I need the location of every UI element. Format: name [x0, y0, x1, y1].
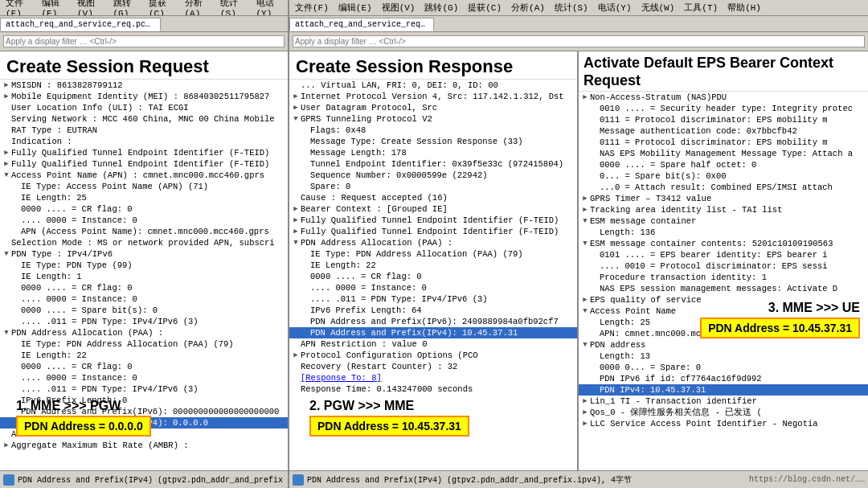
tree-item: ▶Tracking area identity list - TAI list [579, 204, 868, 215]
filter-input-left[interactable] [3, 35, 285, 47]
annotation-1-label: 1. MME >>> PGW [16, 399, 151, 413]
tree-item: ▶Lin_1 TI - Transaction identifier [579, 396, 868, 407]
menu-edit-left[interactable]: 编辑(E) [39, 0, 71, 15]
annotation-1-badge: PDN Address = 0.0.0.0 [16, 416, 151, 437]
tree-item: Message Type: Create Session Response (3… [289, 136, 577, 147]
menu-edit-right[interactable]: 编辑(E) [336, 1, 375, 14]
menu-analyze-right[interactable]: 分析(A) [509, 1, 547, 14]
menu-phone-right[interactable]: 电话(Y) [596, 1, 634, 14]
menu-tools-right[interactable]: 工具(T) [682, 1, 720, 14]
tree-item: 0000 .... = CR flag: 0 [0, 282, 288, 293]
tree-item: 0000 .... = Spare bit(s): 0 [0, 305, 288, 316]
annotation-3-label: 3. MME >>> UE [700, 301, 860, 315]
tree-item: RAT Type : EUTRAN [0, 125, 288, 136]
panel-right: Activate Default EPS Bearer Context Requ… [579, 51, 868, 470]
tree-item: Serving Network : MCC 460 China, MNC 00 … [0, 113, 288, 125]
menu-help-right[interactable]: 帮助(H) [725, 1, 764, 14]
tree-item: ▶LLC Service Access Point Identifier - N… [579, 418, 868, 429]
tree-item: ▶Aggregate Maximum Bit Rate (AMBR) : [0, 440, 288, 451]
tree-item: ▼PDN Address Allocation (PAA) : [289, 237, 577, 248]
tree-item: 0111 = Protocol discriminator: EPS mobil… [579, 137, 868, 148]
tree-item: Length: 13 [579, 351, 868, 362]
menu-view-left[interactable]: 视图(V) [75, 0, 106, 15]
tree-item: ▼PDN Address Allocation (PAA) : [0, 327, 288, 338]
tree-item: Message Length: 178 [289, 147, 577, 158]
tree-item: IE Type: Access Point Name (APN) (71) [0, 181, 288, 192]
tree-item: Length: 136 [579, 227, 868, 238]
tree-item: User Location Info (ULI) : TAI ECGI [0, 102, 288, 113]
tree-item: .... 0000 = Instance: 0 [289, 282, 577, 293]
tree-item: ▶Protocol Configuration Options (PCO [289, 350, 577, 361]
tree-item: ▼PDN Type : IPv4/IPv6 [0, 248, 288, 260]
tree-item: APN (Access Point Name): cmnet.mnc000.mc… [0, 226, 288, 237]
tree-item-pdn-ipv4-right: PDN IPv4: 10.45.37.31 [579, 384, 868, 396]
panel-right-title: Activate Default EPS Bearer Context Requ… [579, 51, 868, 92]
tree-item: Tunnel Endpoint Identifier: 0x39f5e33c (… [289, 158, 577, 170]
menu-file-right[interactable]: 文件(F) [293, 1, 331, 14]
status-url: https://blog.csdn.net/…… [749, 475, 865, 484]
tree-item: .... .011 = PDN Type: IPv4/IPv6 (3) [289, 293, 577, 305]
tree-item: Procedure transaction identity: 1 [579, 272, 868, 283]
menu-analyze-left[interactable]: 分析(A) [182, 0, 214, 15]
tree-item: Response Time: 0.143247000 seconds [289, 383, 577, 395]
tree-item: NAS EPS session management messages: Act… [579, 283, 868, 294]
tree-item: ... Virtual LAN, FRI: 0, DEI: 0, ID: 00 [289, 80, 577, 91]
tree-item: Flags: 0x48 [289, 125, 577, 136]
tree-item: IE Type: PDN Address Allocation (PAA) (7… [289, 248, 577, 260]
tree-item: APN Restriction : value 0 [289, 338, 577, 350]
annotation-3-container: 3. MME >>> UE PDN Address = 10.45.37.31 [700, 301, 860, 338]
tree-item: Message authentication code: 0x7bbcfb42 [579, 125, 868, 137]
tree-item: 0000 .... = CR flag: 0 [0, 361, 288, 372]
status-mid: PDN Address and Prefix(IPv4) (gtpv2.pdn_… [293, 474, 632, 486]
tree-item: ▶Fully Qualified Tunnel Endpoint Identif… [289, 215, 577, 226]
tree-item: PDN Address and Prefix(IPv6): 2409889984… [289, 316, 577, 327]
menu-phone-left[interactable]: 电话(Y) [254, 0, 285, 15]
menu-capture-right[interactable]: 提获(C) [465, 1, 504, 14]
tree-item: ▶GPRS Timer – T3412 value [579, 193, 868, 204]
tree-item: IE Length: 22 [0, 350, 288, 361]
panel-left-title: Create Session Request [0, 51, 288, 80]
status-left: PDN Address and Prefix(IPv4) (gtpv2.pdn_… [3, 474, 285, 486]
panel-right-content[interactable]: ▶Non-Access-Stratum (NAS)PDU 0010 .... =… [579, 92, 868, 470]
tree-item: ▶Internet Protocol Version 4, Src: 117.1… [289, 91, 577, 102]
menu-stats-right[interactable]: 统计(S) [552, 1, 591, 14]
tree-item: .... .011 = PDN Type: IPv4/IPv6 (3) [0, 316, 288, 327]
tree-item: IE Length: 22 [289, 260, 577, 271]
tree-item: Selection Mode : MS or network provided … [0, 237, 288, 248]
tree-item: Cause : Request accepted (16) [289, 192, 577, 203]
tree-item: .... 0010 = Protocol discriminator: EPS … [579, 260, 868, 272]
tree-item: ▼Access Point Name (APN) : cmnet.mnc000.… [0, 170, 288, 181]
annotation-2-label: 2. PGW >>> MME [309, 399, 469, 413]
menu-capture-left[interactable]: 提获(C) [146, 0, 178, 15]
tree-item: .... 0000 = Instance: 0 [0, 372, 288, 383]
menu-goto-left[interactable]: 跳转(G) [111, 0, 142, 15]
tree-item: ▼ESM message container [579, 215, 868, 227]
tree-item: 0010 .... = Security header type: Integr… [579, 103, 868, 114]
tree-item: [Response To: 8] [289, 372, 577, 383]
tree-item: 0000 0... = Spare: 0 [579, 362, 868, 373]
tree-item: 0000 .... = Spare half octet: 0 [579, 159, 868, 170]
tree-item: ▶MSISDN : 8613828799112 [0, 80, 288, 91]
tree-item: ▶Bearer Context : [Grouped IE] [289, 203, 577, 215]
tree-item: ▼PDN address [579, 339, 868, 351]
menu-goto-right[interactable]: 跳转(G) [422, 1, 461, 14]
tree-item: IE Type: PDN Type (99) [0, 260, 288, 271]
tree-item-pdn-ipv4-mid: PDN Address and Prefix(IPv4): 10.45.37.3… [289, 327, 577, 338]
tab-mid[interactable]: attach_req_and_service_req.pcap [289, 18, 434, 31]
menu-wireless-right[interactable]: 无线(W) [639, 1, 678, 14]
menu-stats-left[interactable]: 统计(S) [218, 0, 249, 15]
tree-item: ▶Non-Access-Stratum (NAS)PDU [579, 92, 868, 103]
tree-item: ...0 = Attach result: Combined EPS/IMSI … [579, 182, 868, 193]
menu-file-left[interactable]: 文件(F) [3, 0, 35, 15]
tree-item: ▶Fully Qualified Tunnel Endpoint Identif… [0, 147, 288, 158]
tree-item: IE Type: PDN Address Allocation (PAA) (7… [0, 338, 288, 350]
tree-item: ▶Fully Qualified Tunnel Endpoint Identif… [289, 226, 577, 237]
menu-view-right[interactable]: 视图(V) [379, 1, 418, 14]
tree-item: PDN IPv6 if id: cf7764ac16f9d992 [579, 373, 868, 384]
tree-item: 0101 .... = EPS bearer identity: EPS bea… [579, 249, 868, 260]
tab-left[interactable]: attach_req_and_service_req.pcap [0, 18, 161, 31]
tree-item: Recovery (Restart Counter) : 32 [289, 361, 577, 372]
filter-input-right[interactable] [293, 35, 865, 47]
tree-item: .... 0000 = Instance: 0 [0, 293, 288, 305]
tree-item: Indication : [0, 136, 288, 147]
